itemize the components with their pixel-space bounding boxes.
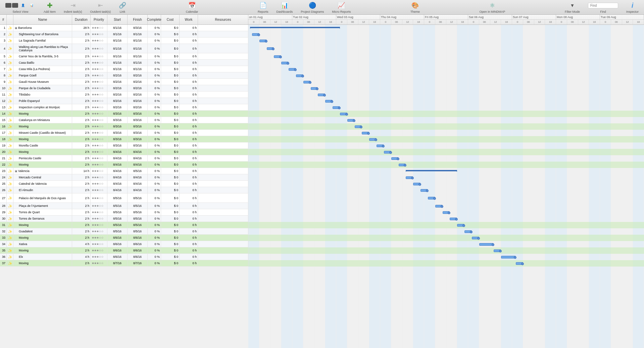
task-cost[interactable]: $ 0 xyxy=(161,111,180,117)
task-complete[interactable]: 0 % xyxy=(148,123,161,129)
task-start[interactable]: 8/1/16 xyxy=(107,53,128,59)
task-priority[interactable]: ★★★☆☆ xyxy=(91,203,107,209)
task-finish[interactable]: 8/2/16 xyxy=(128,92,148,98)
task-cost[interactable]: $ 0 xyxy=(161,85,180,91)
task-priority[interactable]: ★★★☆☆ xyxy=(91,142,107,149)
task-resources[interactable] xyxy=(198,254,248,260)
task-work[interactable]: 0 h xyxy=(180,155,198,161)
task-work[interactable]: 0 h xyxy=(180,181,198,187)
task-finish[interactable]: 8/1/16 xyxy=(128,66,148,72)
col-cost[interactable]: Cost xyxy=(161,15,180,24)
task-resources[interactable] xyxy=(198,66,248,72)
task-complete[interactable]: 0 % xyxy=(148,222,161,228)
task-duration[interactable]: 2 h xyxy=(72,203,91,209)
task-name[interactable]: Parque Güell xyxy=(13,72,72,78)
task-complete[interactable]: 0 % xyxy=(148,44,161,53)
wand-icon[interactable]: ✨ xyxy=(7,98,13,104)
wand-icon[interactable]: ✨ xyxy=(7,181,13,187)
task-resources[interactable] xyxy=(198,149,248,155)
wand-icon[interactable]: ✨ xyxy=(7,149,13,155)
task-work[interactable]: 0 h xyxy=(180,31,198,37)
task-priority[interactable]: ★★★☆☆ xyxy=(91,25,107,31)
task-duration[interactable]: 2 h xyxy=(72,222,91,228)
task-resources[interactable] xyxy=(198,235,248,241)
task-priority[interactable]: ★★★☆☆ xyxy=(91,104,107,110)
task-bar[interactable] xyxy=(472,237,479,239)
col-resources[interactable]: Resources xyxy=(198,15,248,24)
task-priority[interactable]: ★★★☆☆ xyxy=(91,254,107,260)
wand-icon[interactable]: ✨ xyxy=(7,254,13,260)
wand-icon[interactable]: ✨ xyxy=(7,104,13,110)
task-resources[interactable] xyxy=(198,130,248,136)
task-priority[interactable]: ★★★☆☆ xyxy=(91,130,107,136)
task-work[interactable]: 0 h xyxy=(180,228,198,234)
dashboards-button[interactable]: 📊 Dashboards xyxy=(277,1,293,13)
task-resources[interactable] xyxy=(198,241,248,247)
col-work[interactable]: Work xyxy=(180,15,198,24)
task-priority[interactable]: ★★★☆☆ xyxy=(91,241,107,247)
task-cost[interactable]: $ 0 xyxy=(161,228,180,234)
task-row[interactable]: 8✨Parque Güell2 h★★★☆☆8/2/168/2/160 %$ 0… xyxy=(0,72,248,79)
col-name[interactable]: Name xyxy=(13,15,72,24)
task-work[interactable]: 0 h xyxy=(180,111,198,117)
task-start[interactable]: 8/4/16 xyxy=(107,187,128,193)
wand-icon[interactable]: ✨ xyxy=(7,92,13,98)
task-complete[interactable]: 0 % xyxy=(148,241,161,247)
task-work[interactable]: 0 h xyxy=(180,53,198,59)
task-resources[interactable] xyxy=(198,193,248,202)
task-duration[interactable]: 2 h xyxy=(72,104,91,110)
task-row[interactable]: 4✨Walking along Las Ramblas to Plaça Cat… xyxy=(0,44,248,53)
task-name[interactable]: Moving xyxy=(13,162,72,168)
task-start[interactable]: 8/6/16 xyxy=(107,241,128,247)
task-finish[interactable]: 8/3/16 xyxy=(128,123,148,129)
task-finish[interactable]: 8/1/16 xyxy=(128,38,148,44)
wand-icon[interactable]: ✨ xyxy=(7,174,13,180)
task-work[interactable]: 0 h xyxy=(180,241,198,247)
task-bar[interactable] xyxy=(281,62,289,64)
task-finish[interactable]: 8/2/16 xyxy=(128,98,148,104)
task-resources[interactable] xyxy=(198,60,248,66)
add-item-button[interactable]: ✚ Add Item xyxy=(44,1,56,13)
task-finish[interactable]: 8/3/16 xyxy=(128,136,148,142)
task-name[interactable]: Torres de Quart xyxy=(13,209,72,215)
task-work[interactable]: 0 h xyxy=(180,60,198,66)
wand-icon[interactable]: ✨ xyxy=(7,247,13,253)
task-row[interactable]: 36✨Elx4 h★★★☆☆8/6/168/6/160 %$ 00 h xyxy=(0,254,248,260)
task-work[interactable]: 0 h xyxy=(180,25,198,31)
task-priority[interactable]: ★★★☆☆ xyxy=(91,31,107,37)
wand-icon[interactable]: ✨ xyxy=(7,85,13,91)
wand-icon[interactable]: ✨ xyxy=(7,72,13,78)
wand-icon[interactable]: ✨ xyxy=(7,136,13,142)
task-duration[interactable]: 2 h xyxy=(72,174,91,180)
task-cost[interactable]: $ 0 xyxy=(161,149,180,155)
task-resources[interactable] xyxy=(198,53,248,59)
task-start[interactable]: 8/4/16 xyxy=(107,174,128,180)
task-duration[interactable]: 2 h xyxy=(72,92,91,98)
task-finish[interactable]: 8/6/16 xyxy=(128,235,148,241)
task-row[interactable]: 25✨Catedral de Valencia2 h★★★☆☆8/4/168/4… xyxy=(0,181,248,187)
task-cost[interactable]: $ 0 xyxy=(161,66,180,72)
task-finish[interactable]: 8/5/16 xyxy=(128,168,148,174)
task-resources[interactable] xyxy=(198,260,248,266)
task-cost[interactable]: $ 0 xyxy=(161,98,180,104)
view-icon-3[interactable]: 👤 xyxy=(19,1,27,9)
task-bar[interactable] xyxy=(347,119,355,122)
task-finish[interactable]: 8/2/16 xyxy=(128,72,148,78)
task-bar[interactable] xyxy=(377,144,384,147)
wand-icon[interactable]: ✨ xyxy=(7,260,13,266)
task-resources[interactable] xyxy=(198,181,248,187)
col-duration[interactable]: Duration xyxy=(72,15,91,24)
task-finish[interactable]: 8/6/16 xyxy=(128,254,148,260)
reports-button[interactable]: 📄 Reports xyxy=(258,1,268,13)
task-row[interactable]: 31✨Moving2 h★★★☆☆8/5/168/5/160 %$ 00 h xyxy=(0,222,248,228)
task-priority[interactable]: ★★★☆☆ xyxy=(91,53,107,59)
task-resources[interactable] xyxy=(198,216,248,222)
indent-button[interactable]: ⇥ Indent task(s) xyxy=(64,1,82,13)
filter-button[interactable]: ▼ Filter Mode xyxy=(565,1,580,13)
task-name[interactable]: Moving xyxy=(13,247,72,253)
task-name[interactable]: Walking along Las Ramblas to Plaça Catal… xyxy=(13,44,72,53)
task-start[interactable]: 8/3/16 xyxy=(107,136,128,142)
task-cost[interactable]: $ 0 xyxy=(161,209,180,215)
task-bar[interactable] xyxy=(325,100,333,103)
task-name[interactable]: Inspection complex at Montjuic xyxy=(13,104,72,110)
